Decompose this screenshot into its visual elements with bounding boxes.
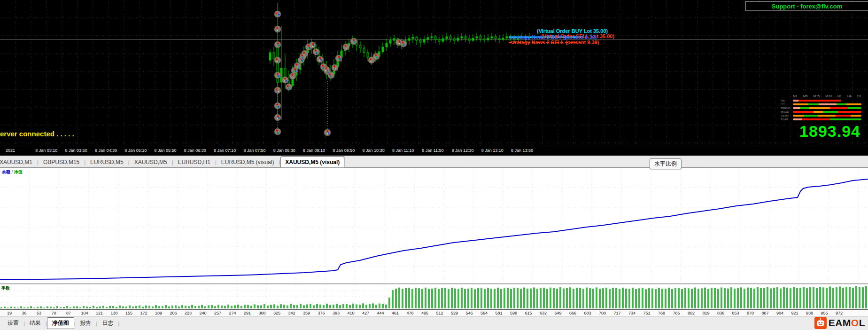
time-tick-label: 8 Jan 07:50 bbox=[243, 148, 265, 153]
chart-tab-eurusd-m5-visual-[interactable]: EURUSD,M5 (visual) bbox=[217, 157, 279, 167]
time-tick-label: 8 Jan 03:10 bbox=[35, 148, 57, 153]
trade-number-label: 308 bbox=[259, 311, 266, 315]
equity-canvas[interactable] bbox=[0, 168, 868, 283]
trade-number-label: 121 bbox=[96, 311, 103, 315]
tester-tab-2[interactable]: 净值图 bbox=[47, 317, 74, 329]
trade-number-label: 802 bbox=[688, 311, 695, 315]
chart-tab-eurusd-m5[interactable]: EURUSD,M5 bbox=[86, 157, 128, 167]
indicator-segment bbox=[802, 118, 829, 120]
trade-marker bbox=[400, 40, 407, 47]
trade-number-label: 768 bbox=[658, 311, 665, 315]
trade-number-label: 461 bbox=[392, 311, 399, 315]
trade-marker bbox=[335, 55, 342, 62]
indicator-segment bbox=[838, 111, 861, 113]
indicator-name: RSI bbox=[781, 99, 793, 102]
time-tick-label: 8 Jan 04:30 bbox=[95, 148, 117, 153]
timeframe-label: M5 bbox=[803, 94, 808, 98]
trade-number-label: 529 bbox=[451, 311, 458, 315]
trade-number-label: 155 bbox=[125, 311, 132, 315]
indicator-row: CCI bbox=[781, 102, 861, 106]
chart-tab-eurusd-h1[interactable]: EURUSD,H1 bbox=[174, 157, 215, 167]
price-chart-canvas[interactable] bbox=[0, 0, 868, 146]
trade-number-label: 921 bbox=[791, 311, 798, 315]
trade-number-label: 291 bbox=[244, 311, 251, 315]
legend-equity: 净值 bbox=[14, 170, 23, 174]
trade-marker bbox=[274, 102, 281, 109]
indicator-segment bbox=[851, 115, 861, 117]
indicator-segment bbox=[800, 107, 809, 109]
trade-marker bbox=[328, 72, 334, 79]
indicator-timeframe-header: M1M5M15M30H1H4D1 bbox=[781, 94, 861, 98]
trade-marker bbox=[343, 44, 349, 50]
time-tick-label: 8 Jan 13:50 bbox=[511, 148, 533, 153]
trade-number-label: 104 bbox=[81, 311, 88, 315]
indicator-segment bbox=[793, 107, 800, 109]
legend-balance: 余额 bbox=[2, 170, 10, 174]
chart-tab-xauusd-m5[interactable]: XAUUSD,M5 bbox=[130, 157, 171, 167]
equity-chart[interactable]: 余额 / 净值 bbox=[0, 168, 868, 283]
indicator-segment bbox=[808, 103, 819, 105]
indicator-segment bbox=[848, 107, 861, 109]
trade-marker bbox=[309, 42, 316, 48]
trade-number-label: 376 bbox=[318, 311, 325, 315]
indicator-row: PSAR bbox=[781, 118, 861, 121]
trade-number-label: 785 bbox=[673, 311, 680, 315]
time-tick-label: 8 Jan 05:10 bbox=[124, 148, 147, 153]
trade-marker bbox=[294, 63, 301, 69]
indicator-segment bbox=[793, 111, 814, 113]
tab-separator: | bbox=[118, 321, 119, 326]
trade-number-label: 223 bbox=[185, 311, 192, 315]
trade-number-label: 478 bbox=[407, 311, 414, 315]
tester-tab-1[interactable]: 结果 bbox=[25, 317, 46, 329]
trade-number-label: 274 bbox=[229, 311, 236, 315]
indicator-segment bbox=[830, 118, 861, 120]
trade-number-label: 138 bbox=[111, 311, 118, 315]
tester-tab-bar: 设置|结果|净值图|报告|日志| bbox=[0, 316, 868, 330]
trade-number-label: 70 bbox=[52, 311, 56, 315]
indicator-row: RSI bbox=[781, 99, 861, 102]
trade-marker bbox=[313, 48, 319, 55]
indicator-segment bbox=[836, 115, 851, 117]
chart-tab-gbpusd-m15[interactable]: GBPUSD,M15 bbox=[39, 157, 84, 167]
time-tick-label: 8 Jan 05:50 bbox=[155, 148, 177, 153]
robot-icon bbox=[814, 317, 827, 329]
trade-number-label: 836 bbox=[717, 311, 724, 315]
time-tick-label: 2021 bbox=[6, 148, 15, 153]
price-chart[interactable]: Support - forex@fiv.com erver connected … bbox=[0, 0, 868, 146]
trade-number-label: 632 bbox=[540, 311, 547, 315]
time-tick-label: 8 Jan 06:30 bbox=[184, 148, 206, 153]
time-tick-label: 8 Jan 10:30 bbox=[363, 148, 385, 153]
trade-number-label: 938 bbox=[806, 311, 813, 315]
tester-tab-3[interactable]: 报告 bbox=[76, 317, 96, 329]
trade-number-label: 734 bbox=[628, 311, 636, 315]
indicator-segment bbox=[793, 115, 804, 117]
trade-number-label: 683 bbox=[584, 311, 591, 315]
support-label: Support - forex@fiv.com bbox=[772, 3, 842, 10]
trade-number-label: 546 bbox=[466, 311, 473, 315]
trade-number-label: 495 bbox=[421, 311, 428, 315]
tester-tab-4[interactable]: 日志 bbox=[97, 317, 118, 329]
indicator-segment bbox=[793, 100, 798, 102]
indicator-segment bbox=[830, 107, 848, 109]
tester-tab-0[interactable]: 设置 bbox=[3, 317, 23, 329]
lots-chart[interactable]: 手数 bbox=[0, 284, 868, 309]
trade-number-label: 615 bbox=[525, 311, 532, 315]
trade-number-label: 649 bbox=[555, 311, 562, 315]
chart-tab-xauusd-m1[interactable]: XAUUSD,M1 bbox=[0, 157, 37, 167]
trade-number-label: 666 bbox=[569, 311, 576, 315]
horizontal-scale-button[interactable]: 水平比例 bbox=[650, 158, 682, 169]
indicator-segment bbox=[798, 100, 841, 102]
trade-marker bbox=[274, 72, 281, 79]
indicator-segment bbox=[846, 103, 861, 105]
indicator-segment bbox=[823, 111, 838, 113]
lots-canvas[interactable] bbox=[0, 284, 868, 309]
timeframe-label: H1 bbox=[837, 94, 842, 98]
trade-marker bbox=[274, 128, 281, 135]
trade-number-label: 172 bbox=[140, 311, 147, 315]
trade-number-label: 189 bbox=[155, 311, 162, 315]
trade-number-label: 870 bbox=[747, 311, 754, 315]
trade-marker bbox=[274, 26, 281, 32]
chart-tab-xauusd-m5-visual-[interactable]: XAUUSD,M5 (visual) bbox=[280, 157, 344, 167]
trade-marker bbox=[274, 41, 281, 48]
trade-number-label: 700 bbox=[599, 311, 606, 315]
